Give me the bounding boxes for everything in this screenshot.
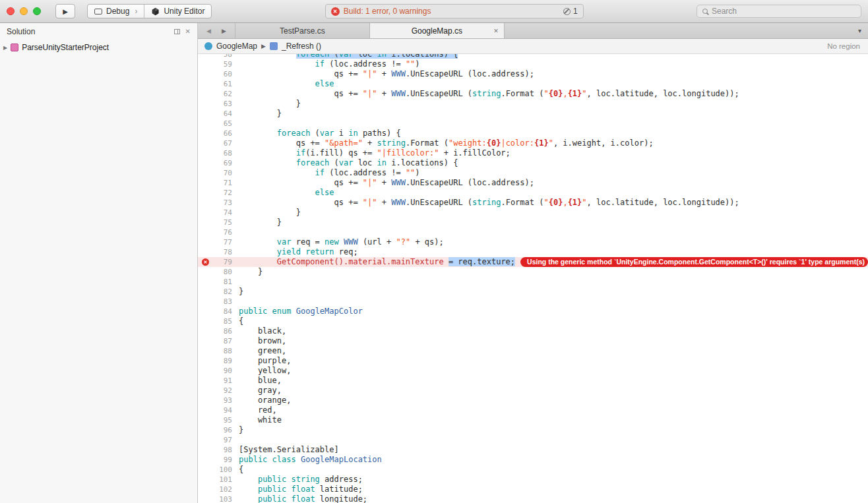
code-line[interactable]: 68 if(i.fill) qs += "|fillcolor:" + i.fi… [198, 148, 868, 158]
code-line[interactable]: 84public enum GoogleMapColor [198, 307, 868, 316]
code-line[interactable]: 71 qs += "|" + WWW.UnEscapeURL (loc.addr… [198, 178, 868, 188]
code-text[interactable]: white [239, 415, 282, 425]
code-text[interactable]: qs += "|" + WWW.UnEscapeURL (loc.address… [239, 69, 534, 79]
code-line[interactable]: 82} [198, 287, 868, 297]
code-line[interactable]: 81 [198, 277, 868, 287]
zoom-window-button[interactable] [33, 7, 41, 15]
gutter[interactable]: 101 [198, 475, 239, 485]
code-line[interactable]: 66 foreach (var i in paths) { [198, 129, 868, 138]
gutter[interactable]: 102 [198, 485, 239, 494]
code-line[interactable]: 60 qs += "|" + WWW.UnEscapeURL (loc.addr… [198, 69, 868, 79]
dock-panel-icon[interactable] [174, 29, 180, 34]
config-target-selector[interactable]: Debug › [88, 5, 144, 18]
code-text[interactable]: public string address; [239, 475, 363, 485]
gutter[interactable]: 59 [198, 59, 239, 69]
code-line[interactable]: 90 yellow, [198, 366, 868, 376]
search-field[interactable]: Search [697, 5, 861, 18]
gutter[interactable]: 73 [198, 198, 239, 208]
code-line[interactable]: 93 orange, [198, 396, 868, 405]
solution-tree-item[interactable]: ▶ ParseUnityStarterProject [0, 41, 197, 54]
code-text[interactable]: qs += "|" + WWW.UnEscapeURL (loc.address… [239, 178, 534, 188]
code-text[interactable]: { [239, 465, 243, 475]
code-text[interactable]: else [239, 79, 334, 89]
gutter[interactable]: 94 [198, 405, 239, 415]
code-text[interactable]: } [239, 99, 301, 109]
code-line[interactable]: 88 green, [198, 346, 868, 356]
code-text[interactable]: orange, [239, 396, 291, 405]
code-text[interactable]: foreach (var i in paths) { [239, 129, 401, 138]
gutter[interactable]: 93 [198, 396, 239, 405]
code-line[interactable]: 102 public float latitude; [198, 485, 868, 494]
code-line[interactable]: 62 qs += "|" + WWW.UnEscapeURL (string.F… [198, 89, 868, 99]
code-line[interactable]: 89 purple, [198, 356, 868, 366]
code-text[interactable]: [System.Serializable] [239, 445, 339, 455]
code-line[interactable]: 100{ [198, 465, 868, 475]
code-text[interactable]: foreach (var loc in i.locations) { [239, 54, 458, 59]
tab-googlemap[interactable]: GoogleMap.cs ✕ [370, 23, 505, 38]
gutter[interactable]: 78 [198, 247, 239, 257]
code-line[interactable]: 77 var req = new WWW (url + "?" + qs); [198, 237, 868, 247]
gutter[interactable]: 90 [198, 366, 239, 376]
gutter[interactable]: 70 [198, 168, 239, 178]
code-text[interactable]: brown, [239, 336, 286, 346]
code-text[interactable]: qs += "|" + WWW.UnEscapeURL (string.Form… [239, 89, 739, 99]
code-line[interactable]: 74 } [198, 208, 868, 218]
gutter[interactable]: 88 [198, 346, 239, 356]
code-text[interactable]: public class GoogleMapLocation [239, 455, 382, 465]
gutter[interactable]: 58 [198, 54, 239, 59]
code-text[interactable]: public float longitude; [239, 494, 367, 503]
gutter[interactable]: 76 [198, 227, 239, 237]
tab-testparse[interactable]: TestParse.cs [235, 23, 370, 38]
gutter[interactable]: 71 [198, 178, 239, 188]
gutter[interactable]: 92 [198, 386, 239, 396]
code-text[interactable]: red, [239, 405, 277, 415]
code-line[interactable]: 83 [198, 297, 868, 307]
code-line[interactable]: 65 [198, 119, 868, 129]
build-status[interactable]: ✕ Build: 1 error, 0 warnings 1 [325, 4, 584, 18]
code-line[interactable]: 75 } [198, 218, 868, 227]
code-line[interactable]: 101 public string address; [198, 475, 868, 485]
minimize-window-button[interactable] [20, 7, 28, 15]
code-text[interactable]: GetComponent().material.mainTexture = re… [239, 257, 515, 267]
gutter[interactable]: 103 [198, 494, 239, 503]
code-line[interactable]: 91 blue, [198, 376, 868, 386]
gutter[interactable]: 66 [198, 129, 239, 138]
gutter[interactable]: 97 [198, 435, 239, 445]
code-line[interactable]: 61 else [198, 79, 868, 89]
code-text[interactable]: } [239, 267, 263, 277]
code-line[interactable]: 69 foreach (var loc in i.locations) { [198, 158, 868, 168]
code-line[interactable]: 95 white [198, 415, 868, 425]
code-line[interactable]: 96} [198, 425, 868, 435]
code-line[interactable]: 103 public float longitude; [198, 494, 868, 503]
code-text[interactable]: purple, [239, 356, 291, 366]
gutter[interactable]: 96 [198, 425, 239, 435]
gutter[interactable]: 82 [198, 287, 239, 297]
code-line[interactable]: 67 qs += "&path=" + string.Format ("weig… [198, 138, 868, 148]
code-text[interactable]: if (loc.address != "") [239, 59, 420, 69]
code-line[interactable]: 92 gray, [198, 386, 868, 396]
close-tab-icon[interactable]: ✕ [493, 28, 499, 34]
code-text[interactable]: var req = new WWW (url + "?" + qs); [239, 237, 444, 247]
code-line[interactable]: 70 if (loc.address != "") [198, 168, 868, 178]
code-text[interactable]: green, [239, 346, 286, 356]
close-pad-icon[interactable]: ✕ [185, 28, 191, 35]
gutter[interactable]: 95 [198, 415, 239, 425]
gutter[interactable]: 60 [198, 69, 239, 79]
code-line[interactable]: 86 black, [198, 326, 868, 336]
gutter[interactable]: 77 [198, 237, 239, 247]
gutter[interactable]: 65 [198, 119, 239, 129]
gutter[interactable]: 89 [198, 356, 239, 366]
code-text[interactable]: else [239, 188, 334, 198]
code-line[interactable]: 85{ [198, 316, 868, 326]
code-line[interactable]: 99public class GoogleMapLocation [198, 455, 868, 465]
code-text[interactable]: } [239, 218, 282, 227]
code-text[interactable]: { [239, 316, 243, 326]
code-line[interactable]: 80 } [198, 267, 868, 277]
navigate-forward-icon[interactable]: ▶ [222, 28, 226, 34]
code-line[interactable]: 94 red, [198, 405, 868, 415]
gutter[interactable]: 61 [198, 79, 239, 89]
code-text[interactable]: } [239, 287, 243, 297]
code-text[interactable]: } [239, 208, 301, 218]
code-line[interactable]: 87 brown, [198, 336, 868, 346]
code-text[interactable]: qs += "&path=" + string.Format ("weight:… [239, 138, 654, 148]
